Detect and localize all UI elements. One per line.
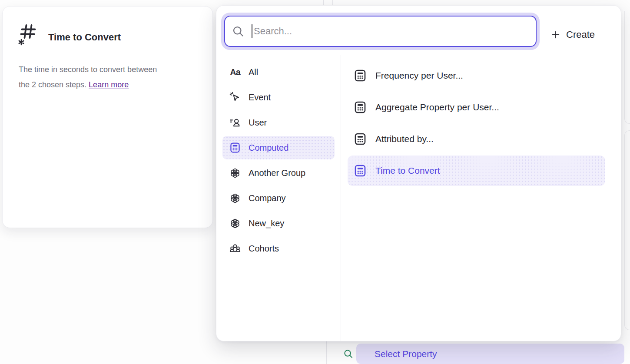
create-button-label: Create — [566, 29, 595, 40]
description-line-1: The time in seconds to convert between — [19, 65, 157, 74]
category-item-new-key[interactable]: New_key — [222, 212, 335, 235]
cohorts-icon — [229, 243, 241, 254]
info-card-title: Time to Convert — [48, 32, 121, 43]
property-picker-dropdown: Create Aa All Event User Computed Anothe… — [216, 5, 621, 341]
background-card-corner — [624, 11, 630, 124]
property-item-time-to-convert[interactable]: Time to Convert — [348, 156, 605, 186]
calculator-icon — [354, 132, 367, 146]
category-label: Company — [249, 193, 286, 203]
search-input[interactable] — [253, 25, 529, 37]
numeric-computed-icon — [18, 22, 38, 46]
select-property-label: Select Property — [375, 349, 437, 359]
group-flower-icon — [229, 192, 241, 204]
search-icon — [232, 25, 244, 37]
calculator-icon — [354, 69, 367, 82]
property-label: Time to Convert — [375, 165, 440, 176]
panel-divider — [341, 55, 341, 341]
plus-icon — [551, 30, 560, 40]
category-list: Aa All Event User Computed Another Group — [222, 60, 335, 260]
property-list: Frequency per User... Aggregate Property… — [348, 60, 605, 186]
property-item-aggregate-property-per-user[interactable]: Aggregate Property per User... — [348, 92, 605, 122]
group-flower-icon — [229, 218, 241, 229]
background-card-edge — [326, 341, 327, 364]
search-box[interactable] — [224, 16, 537, 47]
property-info-card: Time to Convert The time in seconds to c… — [2, 6, 213, 228]
calculator-icon — [354, 101, 367, 114]
learn-more-link[interactable]: Learn more — [89, 80, 129, 89]
info-card-description: The time in seconds to convert between t… — [19, 62, 198, 93]
description-line-2: the 2 chosen steps. — [19, 80, 89, 89]
category-item-all[interactable]: Aa All — [222, 60, 335, 84]
category-label: All — [249, 67, 258, 77]
property-item-frequency-per-user[interactable]: Frequency per User... — [348, 60, 605, 91]
property-item-attributed-by[interactable]: Attributed by... — [348, 124, 605, 154]
category-label: Computed — [249, 143, 288, 153]
category-label: User — [249, 118, 267, 128]
category-label: Event — [249, 93, 271, 103]
calculator-icon — [229, 142, 241, 153]
category-item-another-group[interactable]: Another Group — [222, 161, 335, 185]
select-property-field[interactable]: Select Property — [356, 344, 624, 364]
category-label: Another Group — [249, 168, 305, 178]
search-icon — [343, 349, 353, 359]
category-item-company[interactable]: Company — [222, 186, 335, 210]
screen: Select Property Time to Convert The time… — [0, 0, 630, 364]
text-cursor — [252, 24, 252, 38]
category-item-computed[interactable]: Computed — [222, 136, 335, 159]
create-button[interactable]: Create — [551, 29, 595, 40]
property-label: Attributed by... — [375, 134, 434, 144]
category-item-event[interactable]: Event — [222, 86, 335, 109]
category-item-user[interactable]: User — [222, 111, 335, 134]
group-flower-icon — [229, 167, 241, 179]
calculator-icon — [354, 164, 367, 177]
cursor-click-icon — [229, 92, 241, 103]
category-label: New_key — [249, 218, 284, 228]
property-label: Frequency per User... — [375, 70, 463, 81]
property-label: Aggregate Property per User... — [375, 102, 499, 113]
search-focus-halo — [221, 13, 540, 50]
category-item-cohorts[interactable]: Cohorts — [222, 237, 335, 260]
user-lines-icon — [229, 117, 241, 128]
background-card-corner — [624, 130, 630, 330]
category-label: Cohorts — [249, 244, 279, 254]
text-aa-icon: Aa — [229, 66, 241, 78]
